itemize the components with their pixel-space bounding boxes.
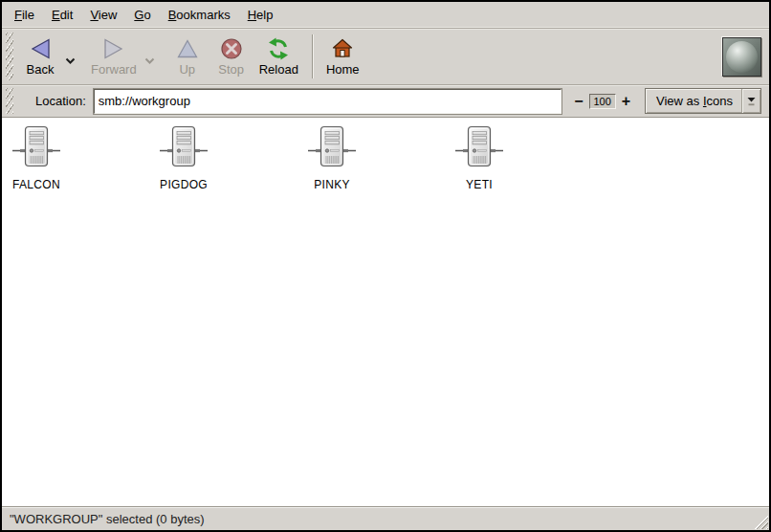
menu-help[interactable]: Help: [239, 4, 282, 26]
label-key: F: [14, 8, 22, 22]
location-input[interactable]: [94, 89, 562, 114]
server-name-label: FALCON: [12, 178, 60, 191]
menu-file[interactable]: File: [6, 4, 43, 26]
back-button[interactable]: Back: [18, 34, 62, 78]
location-label: Location:: [35, 94, 86, 108]
network-server-item[interactable]: FALCON: [0, 125, 80, 191]
reload-icon: [266, 36, 291, 61]
forward-history-dropdown[interactable]: [143, 51, 158, 68]
up-button[interactable]: Up: [165, 34, 209, 78]
zoom-out-button[interactable]: −: [573, 95, 584, 108]
server-icon: [307, 125, 357, 173]
menu-bookmarks[interactable]: Bookmarks: [160, 4, 239, 26]
file-manager-window: File Edit View Go Bookmarks Help Back Fo…: [0, 0, 771, 532]
icon-view: FALCON PIGDOG: [2, 118, 769, 506]
network-server-item[interactable]: PINKY: [288, 125, 376, 191]
forward-button[interactable]: Forward: [85, 34, 143, 78]
home-icon: [331, 36, 354, 61]
menu-go[interactable]: Go: [125, 4, 159, 26]
chevron-down-icon: [144, 51, 155, 68]
zoom-level-indicator[interactable]: 100: [589, 94, 616, 109]
server-icon: [454, 125, 504, 173]
throbber-sphere-icon: [726, 41, 758, 73]
view-as-dropdown[interactable]: View as Icons: [645, 88, 761, 114]
status-bar: "WORKGROUP" selected (0 bytes): [2, 506, 769, 530]
home-label: Home: [326, 63, 360, 77]
stop-icon: [220, 36, 243, 61]
server-icon: [159, 125, 209, 173]
server-name-label: PINKY: [314, 178, 350, 191]
location-bar: Location: − 100 + View as Icons: [2, 85, 769, 118]
resize-grip[interactable]: [752, 513, 768, 529]
server-icon: [11, 125, 61, 173]
toolbar-separator: [312, 34, 313, 78]
menu-edit[interactable]: Edit: [43, 4, 81, 26]
menu-bar: File Edit View Go Bookmarks Help: [2, 2, 769, 29]
label-key: E: [52, 8, 60, 22]
zoom-controls: − 100 +: [573, 94, 631, 109]
label-rest: iew: [99, 8, 118, 22]
menu-view[interactable]: View: [81, 4, 125, 26]
reload-button[interactable]: Reload: [253, 34, 304, 78]
label-rest: elp: [256, 8, 273, 22]
toolbar-drag-handle[interactable]: [6, 33, 13, 80]
label-rest: o: [143, 8, 150, 22]
back-history-dropdown[interactable]: [62, 51, 77, 68]
network-server-item[interactable]: YETI: [435, 125, 523, 191]
stop-button[interactable]: Stop: [209, 34, 253, 78]
throbber: [722, 37, 761, 77]
up-label: Up: [179, 63, 195, 77]
back-label: Back: [27, 63, 55, 77]
view-as-label: View as Icons: [656, 94, 733, 108]
label-key: G: [134, 8, 143, 22]
label-rest: ookmarks: [176, 8, 230, 22]
chevron-down-icon: [65, 51, 76, 68]
dropdown-indicator-icon: [741, 89, 760, 113]
home-button[interactable]: Home: [320, 34, 365, 78]
back-icon: [29, 36, 52, 61]
server-name-label: YETI: [466, 178, 493, 191]
up-icon: [176, 36, 199, 61]
reload-label: Reload: [259, 63, 298, 77]
forward-label: Forward: [91, 63, 137, 77]
server-name-label: PIGDOG: [160, 178, 208, 191]
label-rest: dit: [60, 8, 74, 22]
label-pre: View as: [656, 94, 703, 108]
label-rest: cons: [707, 94, 733, 108]
zoom-in-button[interactable]: +: [621, 95, 631, 108]
stop-label: Stop: [218, 63, 244, 77]
tool-bar: Back Forward Up: [2, 29, 769, 85]
locationbar-drag-handle[interactable]: [6, 88, 13, 114]
label-key: H: [248, 8, 256, 22]
status-text: "WORKGROUP" selected (0 bytes): [10, 512, 205, 526]
label-rest: ile: [22, 8, 34, 22]
label-key: V: [90, 8, 98, 22]
forward-icon: [102, 36, 125, 61]
network-server-item[interactable]: PIGDOG: [140, 125, 228, 191]
